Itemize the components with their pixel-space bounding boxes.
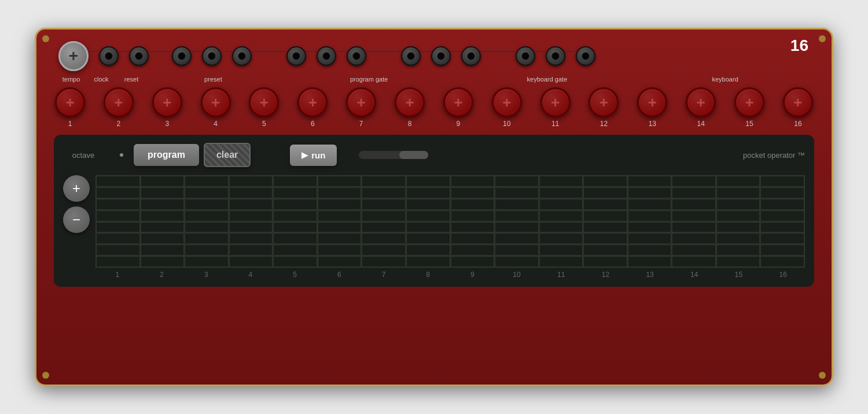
seq-cell-r2c5[interactable]: [273, 187, 317, 198]
seq-cell-r1c2[interactable]: [141, 176, 185, 187]
seq-cell-r2c8[interactable]: [406, 187, 450, 198]
seq-cell-r2c9[interactable]: [451, 187, 495, 198]
seq-cell-r6c2[interactable]: [141, 233, 185, 244]
seq-cell-r7c14[interactable]: [672, 245, 716, 256]
seq-cell-r2c1[interactable]: [96, 187, 140, 198]
seq-cell-r8c5[interactable]: [273, 256, 317, 267]
seq-cell-r3c7[interactable]: [362, 199, 406, 210]
knob-14[interactable]: 14: [686, 87, 716, 128]
seq-cell-r8c9[interactable]: [451, 256, 495, 267]
seq-cell-r3c1[interactable]: [96, 199, 140, 210]
seq-cell-r8c12[interactable]: [583, 256, 627, 267]
seq-cell-r8c2[interactable]: [141, 256, 185, 267]
seq-cell-r8c16[interactable]: [760, 256, 804, 267]
seq-cell-r4c12[interactable]: [583, 210, 627, 221]
seq-cell-r7c10[interactable]: [495, 245, 539, 256]
seq-cell-r4c3[interactable]: [185, 210, 229, 221]
seq-cell-r6c5[interactable]: [273, 233, 317, 244]
seq-cell-r5c4[interactable]: [229, 222, 273, 233]
seq-cell-r1c16[interactable]: [760, 176, 804, 187]
seq-cell-r4c8[interactable]: [406, 210, 450, 221]
seq-cell-r8c4[interactable]: [229, 256, 273, 267]
seq-cell-r1c7[interactable]: [362, 176, 406, 187]
seq-cell-r5c13[interactable]: [628, 222, 672, 233]
knob-1[interactable]: 1: [55, 87, 85, 128]
knob-8[interactable]: 8: [395, 87, 425, 128]
seq-cell-r3c15[interactable]: [716, 199, 760, 210]
knob-13[interactable]: 13: [637, 87, 667, 128]
seq-cell-r4c2[interactable]: [141, 210, 185, 221]
seq-cell-r3c16[interactable]: [760, 199, 804, 210]
seq-cell-r5c1[interactable]: [96, 222, 140, 233]
seq-cell-r7c2[interactable]: [141, 245, 185, 256]
knob-15[interactable]: 15: [734, 87, 764, 128]
seq-cell-r8c13[interactable]: [628, 256, 672, 267]
seq-cell-r8c3[interactable]: [185, 256, 229, 267]
jack-kb1[interactable]: [516, 46, 535, 66]
seq-cell-r3c4[interactable]: [229, 199, 273, 210]
octave-down-button[interactable]: −: [63, 206, 90, 233]
seq-cell-r5c9[interactable]: [451, 222, 495, 233]
seq-cell-r7c1[interactable]: [96, 245, 140, 256]
seq-cell-r8c15[interactable]: [716, 256, 760, 267]
seq-cell-r7c7[interactable]: [362, 245, 406, 256]
seq-cell-r2c2[interactable]: [141, 187, 185, 198]
seq-cell-r3c9[interactable]: [451, 199, 495, 210]
seq-cell-r3c6[interactable]: [318, 199, 362, 210]
knob-10[interactable]: 10: [492, 87, 522, 128]
seq-cell-r8c1[interactable]: [96, 256, 140, 267]
seq-cell-r8c7[interactable]: [362, 256, 406, 267]
seq-cell-r6c16[interactable]: [760, 233, 804, 244]
seq-cell-r4c7[interactable]: [362, 210, 406, 221]
jack-kb2[interactable]: [546, 46, 565, 66]
seq-cell-r3c11[interactable]: [539, 199, 583, 210]
knob-2[interactable]: 2: [104, 87, 134, 128]
slider-thumb[interactable]: [399, 151, 428, 159]
seq-cell-r4c14[interactable]: [672, 210, 716, 221]
knob-12[interactable]: 12: [589, 87, 619, 128]
seq-cell-r6c8[interactable]: [406, 233, 450, 244]
seq-cell-r5c14[interactable]: [672, 222, 716, 233]
seq-cell-r8c11[interactable]: [539, 256, 583, 267]
seq-cell-r1c15[interactable]: [716, 176, 760, 187]
program-button[interactable]: program: [134, 144, 199, 166]
seq-cell-r5c7[interactable]: [362, 222, 406, 233]
knob-4[interactable]: 4: [201, 87, 231, 128]
seq-cell-r4c5[interactable]: [273, 210, 317, 221]
seq-cell-r6c3[interactable]: [185, 233, 229, 244]
run-button[interactable]: run: [290, 145, 337, 166]
seq-cell-r7c6[interactable]: [318, 245, 362, 256]
slider-track[interactable]: [359, 151, 428, 159]
seq-cell-r4c9[interactable]: [451, 210, 495, 221]
seq-cell-r2c3[interactable]: [185, 187, 229, 198]
seq-cell-r7c4[interactable]: [229, 245, 273, 256]
seq-cell-r6c11[interactable]: [539, 233, 583, 244]
tempo-knob[interactable]: +: [58, 41, 89, 71]
seq-cell-r2c15[interactable]: [716, 187, 760, 198]
seq-cell-r7c3[interactable]: [185, 245, 229, 256]
jack-prog-gate1[interactable]: [286, 46, 306, 66]
seq-cell-r2c11[interactable]: [539, 187, 583, 198]
seq-cell-r2c12[interactable]: [583, 187, 627, 198]
seq-cell-r5c10[interactable]: [495, 222, 539, 233]
seq-cell-r8c14[interactable]: [672, 256, 716, 267]
seq-cell-r6c14[interactable]: [672, 233, 716, 244]
seq-cell-r1c6[interactable]: [318, 176, 362, 187]
knob-3[interactable]: 3: [152, 87, 182, 128]
seq-cell-r5c3[interactable]: [185, 222, 229, 233]
jack-preset2[interactable]: [202, 46, 222, 66]
seq-cell-r3c2[interactable]: [141, 199, 185, 210]
seq-cell-r7c15[interactable]: [716, 245, 760, 256]
octave-up-button[interactable]: +: [63, 175, 90, 202]
seq-cell-r1c9[interactable]: [451, 176, 495, 187]
jack-prog-gate3[interactable]: [347, 46, 366, 66]
jack-kb-gate3[interactable]: [461, 46, 481, 66]
seq-cell-r3c3[interactable]: [185, 199, 229, 210]
seq-cell-r4c6[interactable]: [318, 210, 362, 221]
knob-16[interactable]: 16: [783, 87, 813, 128]
knob-7[interactable]: 7: [346, 87, 376, 128]
seq-cell-r5c2[interactable]: [141, 222, 185, 233]
jack-kb3[interactable]: [576, 46, 595, 66]
seq-cell-r2c16[interactable]: [760, 187, 804, 198]
seq-cell-r3c5[interactable]: [273, 199, 317, 210]
